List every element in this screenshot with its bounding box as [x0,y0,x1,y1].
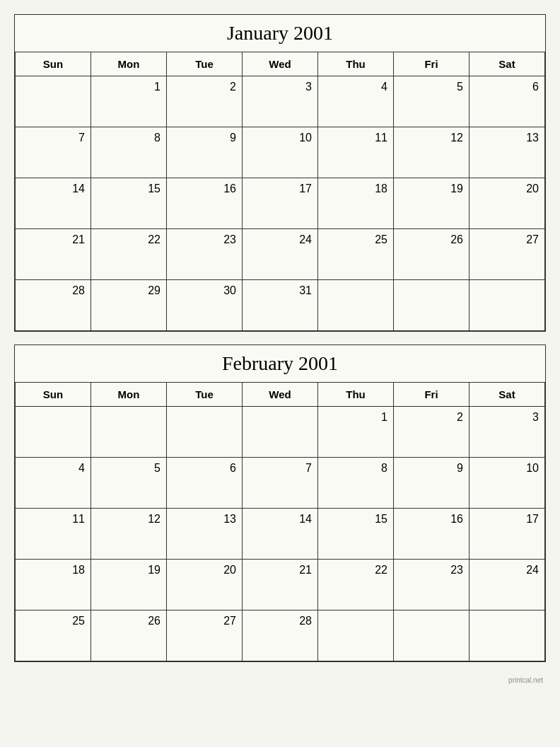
table-row: 12 [394,127,469,178]
header-wed-jan: Wed [243,52,318,76]
table-row: 24 [243,229,318,280]
table-row: 9 [167,127,243,178]
table-row: 6 [469,76,545,127]
table-row: 28 [16,280,91,331]
table-row: 23 [394,560,469,610]
table-row: 26 [91,610,167,661]
header-sat-jan: Sat [469,52,545,76]
table-row: 27 [167,610,243,661]
table-row: 31 [243,280,318,331]
table-row: 11 [318,127,394,178]
table-row [318,610,394,661]
table-row: 11 [16,509,91,560]
table-row: 23 [167,229,243,280]
table-row [91,407,167,458]
table-row: 22 [318,560,394,610]
table-row: 5 [394,76,469,127]
table-row [167,407,243,458]
table-row: 4 [318,76,394,127]
header-sun-jan: Sun [16,52,91,76]
table-row: 1 [318,407,394,458]
header-mon-feb: Mon [91,383,167,407]
february-calendar: February 2001 Sun Mon Tue Wed Thu Fri Sa… [14,344,546,662]
table-row: 29 [91,280,167,331]
header-thu-feb: Thu [318,383,394,407]
table-row: 8 [91,127,167,178]
february-title: February 2001 [15,345,545,383]
table-row: 15 [91,178,167,229]
table-row: 3 [469,407,545,458]
table-row [16,76,91,127]
table-row [394,610,469,661]
header-thu-jan: Thu [318,52,394,76]
table-row: 3 [243,76,318,127]
table-row: 22 [91,229,167,280]
table-row [394,280,469,331]
table-row: 5 [91,458,167,509]
table-row: 18 [318,178,394,229]
table-row: 20 [469,178,545,229]
table-row: 10 [469,458,545,509]
header-tue-feb: Tue [167,383,243,407]
table-row: 12 [91,509,167,560]
table-row: 2 [394,407,469,458]
table-row: 25 [318,229,394,280]
table-row: 8 [318,458,394,509]
table-row [318,280,394,331]
january-grid: Sun Mon Tue Wed Thu Fri Sat 1 2 3 4 5 6 … [15,52,545,331]
table-row: 19 [91,560,167,610]
watermark: printcal.net [14,675,546,685]
table-row: 10 [243,127,318,178]
table-row: 9 [394,458,469,509]
table-row: 27 [469,229,545,280]
table-row [243,407,318,458]
january-title: January 2001 [15,15,545,52]
table-row [469,610,545,661]
table-row [16,407,91,458]
header-fri-jan: Fri [394,52,469,76]
table-row: 17 [243,178,318,229]
table-row: 13 [469,127,545,178]
table-row: 15 [318,509,394,560]
table-row: 13 [167,509,243,560]
table-row: 19 [394,178,469,229]
january-calendar: January 2001 Sun Mon Tue Wed Thu Fri Sat… [14,14,546,332]
header-tue-jan: Tue [167,52,243,76]
table-row: 1 [91,76,167,127]
header-sat-feb: Sat [469,383,545,407]
header-mon-jan: Mon [91,52,167,76]
table-row: 21 [16,229,91,280]
table-row: 2 [167,76,243,127]
table-row: 24 [469,560,545,610]
table-row: 30 [167,280,243,331]
table-row: 28 [243,610,318,661]
table-row: 14 [16,178,91,229]
table-row: 20 [167,560,243,610]
table-row: 7 [243,458,318,509]
table-row: 16 [167,178,243,229]
table-row: 18 [16,560,91,610]
table-row: 21 [243,560,318,610]
table-row: 25 [16,610,91,661]
february-grid: Sun Mon Tue Wed Thu Fri Sat 1 2 3 4 5 6 … [15,383,545,661]
header-fri-feb: Fri [394,383,469,407]
table-row: 26 [394,229,469,280]
header-sun-feb: Sun [16,383,91,407]
table-row: 4 [16,458,91,509]
table-row: 16 [394,509,469,560]
table-row: 17 [469,509,545,560]
table-row: 6 [167,458,243,509]
table-row [469,280,545,331]
table-row: 14 [243,509,318,560]
header-wed-feb: Wed [243,383,318,407]
table-row: 7 [16,127,91,178]
